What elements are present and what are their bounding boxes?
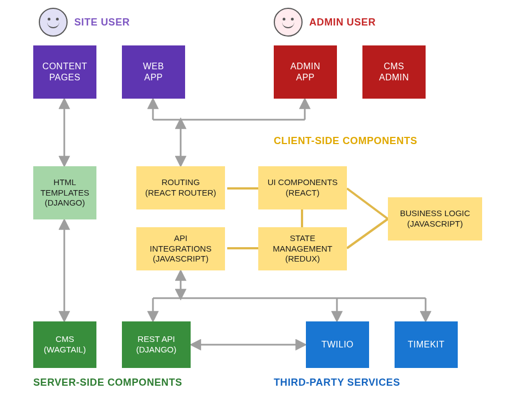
box-ui-components: UI COMPONENTS (REACT) [258, 166, 347, 209]
box-admin-app: ADMIN APP [274, 45, 337, 99]
box-html-templates: HTML TEMPLATES (DJANGO) [33, 166, 96, 219]
section-client-label: CLIENT-SIDE COMPONENTS [274, 135, 417, 147]
svg-line-10 [347, 219, 388, 248]
section-server-label: SERVER-SIDE COMPONENTS [33, 377, 182, 388]
site-user-label: SITE USER [74, 17, 130, 28]
box-content-pages: CONTENT PAGES [33, 45, 96, 99]
box-api-integrations: API INTEGRATIONS (JAVASCRIPT) [136, 227, 225, 270]
box-business-logic: BUSINESS LOGIC (JAVASCRIPT) [388, 197, 482, 241]
box-timekit: TIMEKIT [395, 321, 458, 368]
box-rest-api: REST API (DJANGO) [122, 321, 191, 368]
admin-user-label: ADMIN USER [309, 17, 376, 28]
box-routing: ROUTING (REACT ROUTER) [136, 166, 225, 209]
box-cms: CMS (WAGTAIL) [33, 321, 96, 368]
box-twilio: TWILIO [306, 321, 369, 368]
section-thirdparty-label: THIRD-PARTY SERVICES [274, 377, 400, 388]
admin-user-icon [274, 8, 303, 37]
box-state-mgmt: STATE MANAGEMENT (REDUX) [258, 227, 347, 270]
site-user-icon [39, 8, 68, 37]
architecture-diagram: SITE USER ADMIN USER CONTENT PAGES WEB A… [0, 0, 532, 399]
svg-line-9 [347, 188, 388, 219]
box-cms-admin: CMS ADMIN [362, 45, 426, 99]
box-web-app: WEB APP [122, 45, 185, 99]
